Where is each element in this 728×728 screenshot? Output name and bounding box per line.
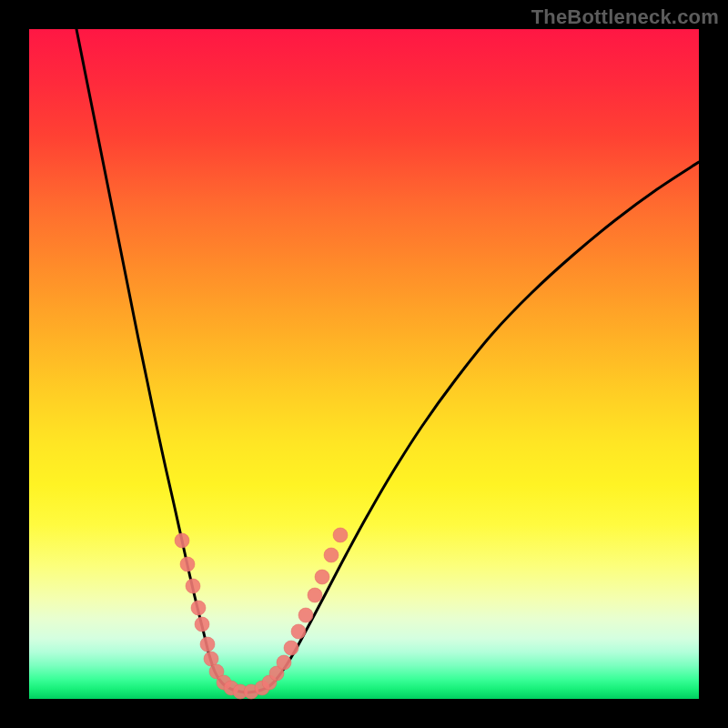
- chart-canvas: TheBottleneck.com: [0, 0, 728, 728]
- curve-marker: [284, 641, 298, 655]
- watermark-text: TheBottleneck.com: [531, 5, 719, 29]
- curve-marker: [315, 570, 329, 584]
- curve-marker: [186, 579, 200, 593]
- curve-marker: [180, 557, 195, 571]
- curve-marker: [191, 601, 206, 615]
- curve-marker: [204, 652, 218, 666]
- curve-marker: [308, 588, 322, 602]
- curve-marker: [298, 608, 313, 622]
- curve-marker: [324, 548, 339, 562]
- curve-marker: [333, 528, 348, 542]
- v-curve: [76, 29, 699, 693]
- curve-layer: [29, 29, 699, 699]
- curve-marker: [291, 624, 306, 639]
- curve-marker: [195, 617, 209, 632]
- marker-group: [175, 528, 348, 699]
- curve-marker: [175, 533, 189, 548]
- curve-marker: [200, 637, 215, 652]
- curve-marker: [277, 655, 291, 670]
